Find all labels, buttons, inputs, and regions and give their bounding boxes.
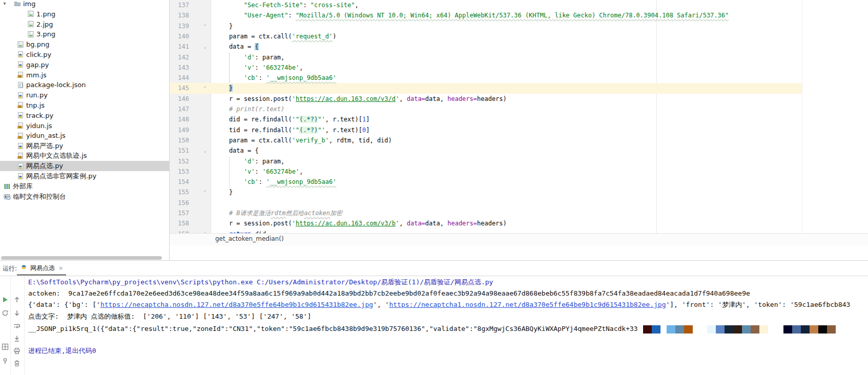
fold-marker-icon[interactable]: ⌃: [201, 229, 209, 233]
tree-item-外部库[interactable]: 外部库: [0, 181, 169, 192]
scroll-end-icon[interactable]: [13, 335, 21, 343]
tree-item-img[interactable]: ▾img: [0, 0, 169, 9]
up-stack-icon[interactable]: [13, 296, 21, 304]
code-line[interactable]: "Sec-Fetch-Site": "cross-site",: [214, 0, 359, 10]
tree-item-tnp.js[interactable]: JStnp.js: [0, 100, 169, 110]
tree-item-run.py[interactable]: run.py: [0, 90, 169, 100]
code-token: 'v': [244, 168, 255, 175]
tree-item-gap.py[interactable]: gap.py: [0, 59, 169, 70]
code-token: :: [255, 64, 262, 71]
code-token: 'request_d': [292, 33, 333, 40]
tree-item-label: 2.jpg: [36, 20, 53, 28]
code-editor[interactable]: 137 "Sec-Fetch-Site": "cross-site",138 "…: [170, 0, 868, 233]
tree-item-1.png[interactable]: 1.png: [0, 9, 169, 19]
fold-marker-icon[interactable]: ⌄: [201, 41, 209, 52]
code-line[interactable]: # B请求是激活rdtm然后给actoken加密: [214, 208, 342, 218]
code-line[interactable]: 'cb': '__wmjsonp_9db5aa6': [214, 73, 336, 83]
restore-layout-icon[interactable]: [1, 343, 9, 351]
code-token: 'v': [244, 64, 255, 71]
tree-item-yidun.js[interactable]: JSyidun.js: [0, 120, 169, 131]
stop-icon[interactable]: [1, 309, 9, 317]
code-line[interactable]: 'v': '663274be',: [214, 62, 303, 73]
fold-marker-icon[interactable]: ⌃: [201, 83, 209, 93]
python-icon: [20, 263, 28, 273]
code-line[interactable]: r = session.post('https://ac.dun.163.com…: [214, 218, 507, 228]
color-block-glyph: [759, 325, 768, 334]
line-number: 142: [173, 52, 189, 62]
fold-marker-icon[interactable]: ⌃: [201, 187, 209, 197]
code-line[interactable]: }: [214, 83, 233, 93]
tree-item-mm.js[interactable]: JSmm.js: [0, 70, 169, 80]
color-block-glyph: [675, 325, 684, 334]
fold-marker-icon[interactable]: ⌄: [201, 145, 209, 156]
code-line[interactable]: 'd': param,: [214, 156, 284, 166]
code-token: :: [288, 12, 296, 19]
breadcrumb[interactable]: get_actoken_median(): [215, 235, 284, 242]
color-block-glyph: [810, 325, 818, 334]
code-line[interactable]: }: [214, 21, 233, 31]
tree-item-yidun_ast.js[interactable]: JSyidun_ast.js: [0, 131, 169, 141]
rerun-icon[interactable]: [1, 296, 9, 304]
code-line[interactable]: did = re.findall('"(.*?)"', r.text)[1]: [214, 114, 369, 124]
print-icon[interactable]: [13, 347, 21, 355]
project-tree-hscrollbar[interactable]: [1, 256, 162, 260]
color-block-glyph: [716, 325, 725, 334]
code-line[interactable]: data = {: [214, 145, 259, 156]
code-line[interactable]: 'd': param,: [214, 52, 284, 62]
tree-item-网易严选.py[interactable]: 网易严选.py: [0, 141, 169, 151]
js-icon: JS: [17, 122, 24, 129]
down-stack-icon[interactable]: [13, 309, 21, 317]
fold-marker-icon[interactable]: ⌃: [201, 21, 209, 31]
console-link[interactable]: https://necaptcha.nosdn.127.net/d8a370e5…: [100, 301, 373, 308]
code-line[interactable]: # print(r.text): [214, 104, 284, 114]
code-token: headers): [477, 95, 507, 102]
code-token: # B请求是激活: [229, 210, 271, 217]
code-token: ]: [366, 127, 369, 134]
clear-all-icon[interactable]: [13, 359, 21, 367]
color-block-glyph: [783, 325, 792, 334]
svg-text:JS: JS: [18, 136, 22, 139]
color-block-glyph: [652, 325, 660, 334]
code-line[interactable]: param = ctx.call('verify_b', rdtm, tid, …: [214, 135, 392, 145]
tree-item-2.jpg[interactable]: 2.jpg: [0, 19, 169, 29]
code-line[interactable]: tid = re.findall('"(.*?)"', r.text)[0]: [214, 125, 369, 135]
run-label: 运行:: [3, 264, 17, 273]
code-line[interactable]: r = session.post('https://ac.dun.163.com…: [214, 94, 507, 104]
tree-item-3.png[interactable]: 3.png: [0, 29, 169, 39]
tree-item-临时文件和控制台[interactable]: 临时文件和控制台: [0, 192, 169, 202]
tab-run-config[interactable]: 网易点选 ×: [17, 262, 66, 276]
console-text: '], 'front': '梦津内', 'token': '59c1ae6fbc…: [666, 301, 850, 308]
soft-wrap-icon[interactable]: [13, 322, 21, 330]
project-tree-panel[interactable]: ▾img1.png2.jpg3.pngbg.pngclick.pygap.pyJ…: [0, 0, 170, 260]
console-link[interactable]: https://necaptcha1.nosdn.127.net/d8a370e…: [389, 301, 666, 308]
code-token: 'cb': [244, 178, 259, 185]
pin-tab-icon[interactable]: [1, 357, 9, 365]
console-line: actoken: 9ca17ae2e6ffcda170e2e6eed3d63ce…: [28, 289, 750, 298]
code-line[interactable]: 'cb': '__wmjsonp_9db5aa6': [214, 177, 336, 187]
tree-item-网易点选非官网案例.py[interactable]: 网易点选非官网案例.py: [0, 171, 169, 181]
code-line[interactable]: 'v': '663274be',: [214, 166, 303, 177]
line-number: 151: [173, 145, 189, 156]
tree-item-网易中文点选轨迹.js[interactable]: JS网易中文点选轨迹.js: [0, 151, 169, 161]
python-icon: [17, 112, 24, 119]
close-icon[interactable]: ×: [58, 265, 63, 272]
code-line[interactable]: return did: [214, 229, 266, 233]
tree-item-track.py[interactable]: track.py: [0, 110, 169, 120]
code-token: [214, 168, 244, 175]
code-token: : param,: [255, 54, 284, 61]
code-line[interactable]: param = ctx.call('request_d'): [214, 31, 336, 41]
code-token: :: [259, 178, 266, 185]
block-gap: [638, 330, 643, 331]
tree-item-bg.png[interactable]: bg.png: [0, 39, 169, 50]
image-icon: [27, 10, 34, 17]
tree-item-网易点选.py[interactable]: 网易点选.py: [0, 161, 169, 171]
code-line[interactable]: data = {: [214, 41, 259, 52]
code-token: 'cb': [244, 74, 259, 81]
code-line[interactable]: }: [214, 187, 233, 197]
expand-arrow-icon[interactable]: ▾: [2, 1, 8, 7]
code-line[interactable]: "User-Agent": "Mozilla/5.0 (Windows NT 1…: [214, 10, 729, 20]
line-number: 154: [173, 177, 189, 187]
block-gap: [660, 330, 667, 331]
tree-item-click.py[interactable]: click.py: [0, 49, 169, 59]
tree-item-package-lock.json[interactable]: {}package-lock.json: [0, 80, 169, 90]
